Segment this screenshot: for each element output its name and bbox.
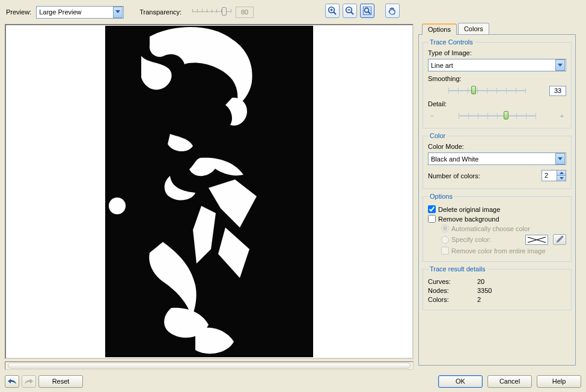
color-group: Color Color Mode: Black and White Number… (423, 132, 572, 189)
auto-choose-radio: Automatically choose color (441, 225, 566, 232)
options-group: Options Delete original image Remove bac… (423, 193, 572, 262)
chevron-down-icon (555, 59, 565, 71)
preview-dropdown-value: Large Preview (37, 7, 113, 17)
scrollbar-thumb[interactable] (8, 363, 411, 369)
trace-result-group: Trace result details Curves:20 Nodes:335… (423, 265, 572, 310)
slider-thumb (222, 7, 227, 16)
trace-result-legend: Trace result details (428, 265, 487, 273)
preview-image (105, 26, 313, 357)
smoothing-value[interactable]: 33 (549, 86, 566, 96)
transparency-slider (192, 7, 231, 17)
cancel-button[interactable]: Cancel (487, 375, 532, 388)
specify-color-row: Specify color: (441, 234, 566, 245)
number-of-colors-label: Number of colors: (428, 172, 538, 179)
svg-line-5 (351, 12, 353, 14)
detail-slider[interactable] (459, 110, 536, 122)
colors-label: Colors: (428, 296, 477, 303)
specify-color-label: Specify color: (451, 236, 491, 243)
checkbox-input[interactable] (428, 205, 436, 213)
type-of-image-label: Type of Image: (428, 49, 566, 56)
svg-line-9 (368, 12, 371, 14)
chevron-down-icon (555, 153, 565, 164)
zoom-out-button[interactable] (343, 4, 357, 18)
zoom-fit-button[interactable] (360, 4, 374, 18)
remove-background-label: Remove background (438, 216, 499, 223)
chevron-down-icon (113, 7, 123, 18)
pan-hand-button[interactable] (385, 4, 400, 18)
delete-original-checkbox[interactable]: Delete original image (428, 205, 566, 213)
curves-label: Curves: (428, 278, 477, 285)
redo-button (22, 375, 36, 388)
color-mode-dropdown[interactable]: Black and White (428, 152, 566, 165)
remove-entire-checkbox: Remove color from entire image (441, 247, 566, 255)
options-legend: Options (428, 193, 454, 200)
svg-rect-10 (105, 26, 313, 357)
radio-input (441, 236, 449, 244)
detail-label: Detail: (428, 100, 566, 107)
trace-controls-legend: Trace Controls (428, 38, 475, 46)
help-button[interactable]: Help (537, 375, 581, 388)
reset-button[interactable]: Reset (38, 375, 83, 388)
slider-thumb[interactable] (471, 86, 476, 94)
color-legend: Color (428, 132, 447, 139)
auto-choose-label: Automatically choose color (451, 225, 530, 232)
zoom-in-button[interactable] (325, 4, 340, 18)
tab-colors[interactable]: Colors (458, 23, 489, 34)
specify-color-swatch (525, 235, 548, 245)
preview-dropdown[interactable]: Large Preview (36, 6, 124, 19)
spinner-up[interactable] (557, 170, 566, 176)
type-of-image-dropdown[interactable]: Line art (428, 59, 566, 71)
svg-point-11 (109, 198, 126, 214)
nodes-label: Nodes: (428, 287, 477, 294)
preview-area[interactable] (5, 24, 414, 359)
slider-thumb[interactable] (504, 111, 508, 119)
remove-entire-label: Remove color from entire image (451, 247, 546, 255)
options-panel: Options Colors Trace Controls Type of Im… (418, 23, 576, 366)
number-of-colors-spinner[interactable]: 2 (542, 170, 566, 181)
remove-background-checkbox[interactable]: Remove background (428, 215, 566, 223)
colors-value: 2 (477, 296, 481, 303)
transparency-value: 80 (236, 7, 254, 18)
curves-value: 20 (477, 278, 484, 285)
nodes-value: 3350 (477, 287, 492, 294)
delete-original-label: Delete original image (438, 206, 500, 213)
toolbar: Preview: Large Preview Transparency: 80 (6, 4, 580, 20)
eyedropper-icon (553, 234, 566, 245)
dialog-buttons: Reset OK Cancel Help (5, 374, 581, 388)
detail-minus[interactable]: − (428, 112, 436, 119)
type-of-image-value: Line art (429, 61, 555, 70)
svg-line-1 (334, 12, 336, 14)
checkbox-input (441, 247, 449, 255)
radio-input (441, 225, 449, 232)
tab-options[interactable]: Options (422, 23, 457, 35)
checkbox-input[interactable] (428, 215, 436, 223)
smoothing-label: Smoothing: (428, 75, 566, 82)
number-of-colors-value: 2 (542, 170, 557, 181)
preview-label: Preview: (6, 8, 31, 16)
color-mode-label: Color Mode: (428, 143, 566, 150)
undo-button[interactable] (5, 375, 19, 388)
transparency-label: Transparency: (139, 8, 182, 16)
detail-plus[interactable]: + (558, 112, 566, 119)
spinner-down[interactable] (557, 176, 566, 181)
smoothing-slider[interactable] (448, 85, 525, 97)
trace-controls-group: Trace Controls Type of Image: Line art S… (423, 38, 572, 128)
preview-scrollbar[interactable] (5, 361, 414, 370)
ok-button[interactable]: OK (438, 375, 483, 388)
color-mode-value: Black and White (429, 154, 555, 164)
